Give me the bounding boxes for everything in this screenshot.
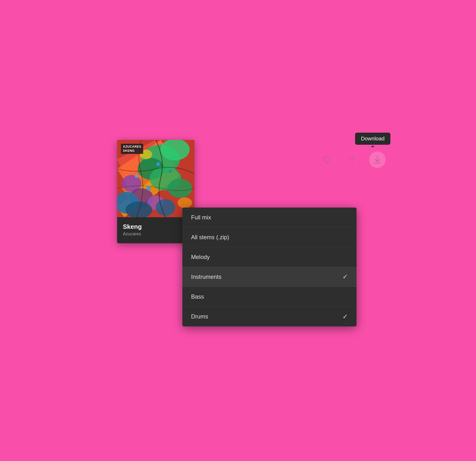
download-tooltip: Download xyxy=(355,133,390,145)
svg-point-16 xyxy=(156,162,160,166)
dropdown-item[interactable]: Melody xyxy=(182,247,357,267)
dropdown-item[interactable]: Full mix xyxy=(182,207,357,227)
album-label: AZUCARES SKENG xyxy=(121,144,143,154)
svg-point-18 xyxy=(146,186,151,191)
main-scene: AZUCARES SKENG Skeng Azucares xyxy=(117,140,359,321)
svg-point-19 xyxy=(135,174,138,178)
dropdown-item[interactable]: Bass xyxy=(182,287,357,307)
action-icons-row: Download xyxy=(319,151,386,168)
svg-point-9 xyxy=(168,179,192,198)
dropdown-item[interactable]: All stems (.zip) xyxy=(182,227,357,247)
dropdown-item-label: Drums xyxy=(191,313,208,320)
svg-point-17 xyxy=(169,170,172,173)
dropdown-item[interactable]: Drums✓ xyxy=(182,307,357,326)
checkmark-icon: ✓ xyxy=(342,273,348,280)
download-dropdown: Full mixAll stems (.zip)MelodyInstrument… xyxy=(182,207,357,326)
dropdown-item[interactable]: Instruments✓ xyxy=(182,267,357,287)
track-artist: Azucares xyxy=(123,231,189,237)
download-button[interactable]: Download xyxy=(369,151,386,168)
dropdown-item-label: Melody xyxy=(191,254,210,260)
like-button[interactable] xyxy=(319,151,335,168)
dropdown-item-label: Full mix xyxy=(191,214,211,221)
svg-point-21 xyxy=(178,198,192,208)
dropdown-item-label: All stems (.zip) xyxy=(191,234,229,241)
add-button[interactable] xyxy=(344,151,360,168)
track-title: Skeng xyxy=(123,223,189,230)
dropdown-item-label: Instruments xyxy=(191,273,221,280)
album-art: AZUCARES SKENG xyxy=(117,140,195,217)
checkmark-icon: ✓ xyxy=(342,313,348,320)
svg-point-15 xyxy=(156,199,175,216)
dropdown-item-label: Bass xyxy=(191,293,204,300)
